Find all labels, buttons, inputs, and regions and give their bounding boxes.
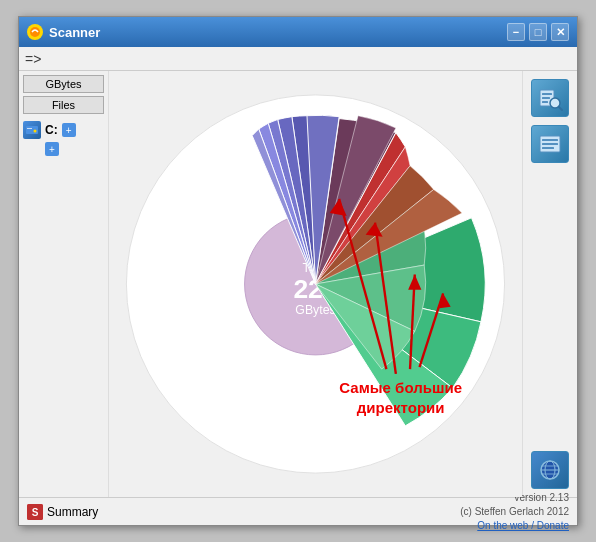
right-panel [522,71,577,497]
drive-icon [23,121,41,139]
gbytes-button[interactable]: GBytes [23,75,104,93]
app-icon [27,24,43,40]
svg-rect-24 [542,139,558,141]
bottom-bar: S Summary Version 2.13 (c) Steffen Gerla… [19,497,577,525]
summary-label[interactable]: Summary [47,505,98,519]
window-title: Scanner [49,25,507,40]
summary-item: S Summary [27,504,98,520]
list-button[interactable] [531,125,569,163]
left-panel: GBytes Files C: + + [19,71,109,497]
navigate-arrow[interactable]: => [25,51,41,67]
svg-point-3 [34,130,37,133]
svg-rect-26 [542,147,554,149]
svg-rect-18 [542,93,552,95]
close-button[interactable]: ✕ [551,23,569,41]
drive-item-c: C: + [23,121,104,139]
main-window: Scanner − □ ✕ => GBytes Files C: [18,16,578,526]
svg-rect-25 [542,143,558,145]
drive-label[interactable]: C: [45,123,58,137]
web-button[interactable] [531,451,569,489]
summary-icon: S [27,504,43,520]
minimize-button[interactable]: − [507,23,525,41]
expand-button-1[interactable]: + [62,123,76,137]
maximize-button[interactable]: □ [529,23,547,41]
content-area: GBytes Files C: + + [19,71,577,497]
toolbar: => [19,47,577,71]
title-bar: Scanner − □ ✕ [19,17,577,47]
window-controls: − □ ✕ [507,23,569,41]
svg-rect-19 [542,97,550,99]
web-donate-link[interactable]: On the web / Donate [477,520,569,531]
copyright-text: (c) Steffen Gerlach 2012 [460,505,569,519]
expand-button-2[interactable]: + [45,142,59,156]
svg-text:S: S [32,507,39,518]
svg-point-0 [30,27,40,37]
svg-rect-20 [542,101,548,103]
svg-rect-1 [26,126,38,134]
chart-container: Total 222 GBytes [114,76,517,492]
svg-rect-2 [27,128,32,129]
chart-area: Total 222 GBytes [109,71,522,497]
scan-button[interactable] [531,79,569,117]
files-button[interactable]: Files [23,96,104,114]
svg-line-22 [559,107,562,110]
